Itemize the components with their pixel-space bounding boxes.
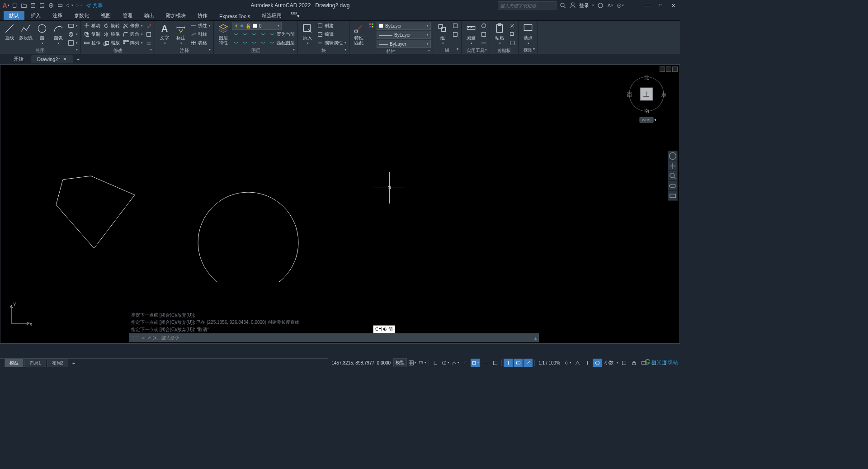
color-tool[interactable] bbox=[368, 22, 376, 30]
layer-tool-1[interactable] bbox=[232, 30, 240, 38]
help-icon[interactable]: ?▾ bbox=[617, 2, 624, 9]
tab-output[interactable]: 输出 bbox=[139, 11, 160, 20]
group-button[interactable]: 组▾ bbox=[435, 22, 450, 47]
rect-button[interactable]: ▾ bbox=[67, 22, 79, 30]
line-button[interactable]: 直线 bbox=[2, 22, 17, 47]
status-polar-icon[interactable]: ▾ bbox=[441, 359, 450, 367]
group-tool-2[interactable] bbox=[451, 30, 459, 38]
panel-modify-title[interactable]: 修改 ▾ bbox=[83, 47, 153, 54]
cmd-handle-icon[interactable]: ⋮⋮ ✕ bbox=[131, 336, 145, 341]
copy-clip-button[interactable] bbox=[508, 30, 516, 38]
status-ws-icon[interactable] bbox=[593, 359, 602, 367]
match-props-button[interactable]: 特性 匹配 bbox=[351, 22, 367, 48]
status-quickprops-icon[interactable] bbox=[619, 359, 628, 367]
layer-tool-2[interactable] bbox=[241, 30, 249, 38]
panel-draw-title[interactable]: 绘图 ▾ bbox=[2, 47, 79, 54]
status-units-icon[interactable] bbox=[583, 359, 592, 367]
layer-tool-4[interactable] bbox=[259, 30, 267, 38]
measure-button[interactable]: 测量▾ bbox=[463, 22, 479, 47]
move-button[interactable]: 移动 bbox=[83, 22, 101, 30]
nav-orbit-icon[interactable] bbox=[668, 181, 677, 191]
help-search-input[interactable] bbox=[498, 1, 557, 9]
dimension-button[interactable]: 标注▾ bbox=[173, 22, 189, 47]
status-snap-icon[interactable]: ▾ bbox=[418, 359, 427, 367]
color-combo[interactable]: ByLayer▾ bbox=[377, 22, 431, 30]
add-filetab-button[interactable]: + bbox=[74, 57, 83, 62]
status-ortho-icon[interactable] bbox=[431, 359, 440, 367]
qat-saveas-icon[interactable] bbox=[38, 1, 46, 9]
tab-parametric[interactable]: 参数化 bbox=[69, 11, 94, 20]
status-grid-icon[interactable]: ▾ bbox=[408, 359, 417, 367]
util-1[interactable] bbox=[480, 22, 488, 30]
mirror-button[interactable]: 镜像 bbox=[102, 30, 121, 38]
nav-pan-icon[interactable] bbox=[668, 161, 677, 171]
util-2[interactable] bbox=[480, 30, 488, 38]
status-osnap-icon[interactable] bbox=[461, 359, 470, 367]
tab-view[interactable]: 视图 bbox=[95, 11, 116, 20]
arc-button[interactable]: 圆弧▾ bbox=[51, 22, 66, 47]
status-otrack-icon[interactable]: ▾ bbox=[471, 359, 480, 367]
scale-button[interactable]: 缩放 bbox=[102, 39, 121, 47]
command-line[interactable]: ⋮⋮ ✕ ↗ ▷_ 键入命令 ▴ bbox=[129, 333, 539, 342]
canvas-close-icon[interactable] bbox=[672, 66, 678, 72]
cmd-expand-icon[interactable]: ▴ bbox=[534, 335, 537, 341]
ellipse-button[interactable]: ▾ bbox=[67, 39, 79, 47]
paste-button[interactable]: 粘贴▾ bbox=[492, 22, 507, 47]
tab-collaborate[interactable]: 协作 bbox=[192, 11, 213, 20]
canvas-min-icon[interactable] bbox=[660, 66, 665, 72]
exchange-icon[interactable] bbox=[597, 2, 604, 9]
search-icon[interactable] bbox=[559, 2, 566, 9]
fillet-button[interactable]: 圆角▾ bbox=[122, 30, 144, 38]
close-tab-icon[interactable]: ✕ bbox=[63, 57, 66, 62]
edit-attr-button[interactable]: 编辑属性▾ bbox=[316, 39, 347, 47]
maximize-button[interactable]: □ bbox=[656, 2, 665, 9]
layer-props-button[interactable]: 图层 特性 bbox=[216, 22, 231, 47]
qat-undo-icon[interactable]: ▾ bbox=[65, 1, 73, 9]
status-gear-icon[interactable]: ▾ bbox=[563, 359, 572, 367]
layer-tool-3[interactable] bbox=[250, 30, 258, 38]
panel-properties-title[interactable]: 特性 ▾ bbox=[351, 48, 431, 55]
share-button[interactable]: 共享 bbox=[86, 2, 103, 9]
array-button[interactable]: 阵列▾ bbox=[122, 39, 144, 47]
insert-block-button[interactable]: 插入▾ bbox=[300, 22, 315, 47]
table-button[interactable]: 表格 bbox=[189, 39, 212, 47]
filetab-start[interactable]: 开始 bbox=[7, 54, 30, 64]
linetype-combo[interactable]: ——ByLayer▾ bbox=[377, 40, 431, 48]
qat-save-icon[interactable] bbox=[29, 1, 37, 9]
cut-button[interactable] bbox=[508, 22, 516, 30]
layer-tool-8[interactable] bbox=[259, 39, 267, 47]
tab-extra-icon[interactable]: ▾ bbox=[288, 10, 302, 20]
canvas-max-icon[interactable] bbox=[666, 66, 671, 72]
qat-redo-icon[interactable]: ▾ bbox=[74, 1, 82, 9]
util-3[interactable] bbox=[480, 39, 488, 47]
clip-3[interactable] bbox=[508, 39, 516, 47]
tab-addins[interactable]: 附加模块 bbox=[160, 11, 191, 20]
layer-tool-5[interactable] bbox=[232, 39, 240, 47]
layer-tool-7[interactable] bbox=[250, 39, 258, 47]
layer-match-button[interactable]: 匹配图层 bbox=[268, 39, 296, 47]
status-modelspace-button[interactable]: 模型 bbox=[393, 358, 407, 367]
login-button[interactable]: 登录 bbox=[579, 2, 589, 9]
offset-button[interactable] bbox=[145, 39, 153, 47]
layout-2[interactable]: 布局2 bbox=[47, 359, 69, 367]
erase-button[interactable] bbox=[145, 22, 153, 30]
status-scale[interactable]: 1:1 / 100% bbox=[537, 358, 562, 367]
drawing-canvas[interactable]: Y X 北 南 西 东 上 WCS 指定下一点或 [闭合(C)/放弃(U)]: … bbox=[0, 64, 680, 344]
panel-view-title[interactable]: 视图 ▾ bbox=[520, 47, 536, 54]
app-logo-icon[interactable]: A▾ bbox=[2, 1, 10, 9]
rotate-button[interactable]: 旋转 bbox=[102, 22, 121, 30]
filetab-drawing[interactable]: Drawing2*✕ bbox=[31, 55, 73, 63]
linear-dim-button[interactable]: 线性▾ bbox=[189, 22, 212, 30]
explode-button[interactable] bbox=[145, 30, 153, 38]
layout-1[interactable]: 布局1 bbox=[24, 359, 46, 367]
layer-combo[interactable]: ☀❄🔓 0 ▾ bbox=[232, 22, 282, 30]
panel-annotation-title[interactable]: 注释 ▾ bbox=[157, 47, 212, 54]
tab-insert[interactable]: 插入 bbox=[25, 11, 46, 20]
tab-annotate[interactable]: 注释 bbox=[47, 11, 68, 20]
leader-button[interactable]: 引线 bbox=[189, 30, 212, 38]
qat-web-icon[interactable] bbox=[47, 1, 55, 9]
base-button[interactable]: 基点▾ bbox=[520, 22, 536, 47]
panel-group-title[interactable]: 组 ▾ bbox=[435, 47, 459, 54]
status-sc-icon[interactable] bbox=[524, 359, 533, 367]
qat-open-icon[interactable] bbox=[20, 1, 28, 9]
